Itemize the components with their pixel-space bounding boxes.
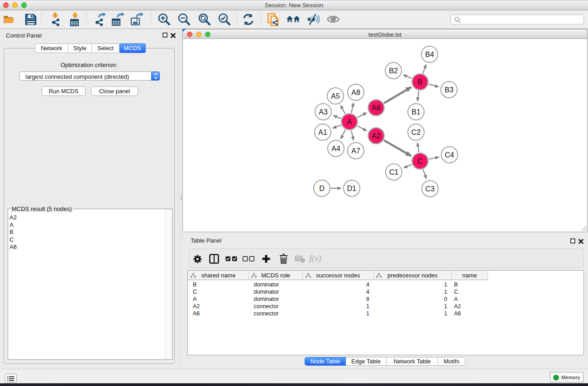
svg-text:A1: A1 <box>318 129 327 136</box>
svg-text:A3: A3 <box>319 108 328 116</box>
svg-text:A5: A5 <box>331 92 340 100</box>
svg-text:C1: C1 <box>389 168 399 176</box>
svg-text:B1: B1 <box>411 108 421 116</box>
svg-text:C: C <box>417 157 423 165</box>
svg-text:A6: A6 <box>372 104 381 112</box>
svg-text:B3: B3 <box>445 86 454 94</box>
svg-text:B: B <box>418 78 423 86</box>
svg-text:C4: C4 <box>445 151 454 159</box>
svg-text:A8: A8 <box>351 89 360 96</box>
svg-text:D: D <box>319 185 325 192</box>
svg-text:B4: B4 <box>425 51 434 58</box>
svg-text:C2: C2 <box>411 129 421 136</box>
svg-text:A: A <box>347 118 352 126</box>
svg-text:A4: A4 <box>331 145 340 152</box>
svg-text:D1: D1 <box>347 185 357 192</box>
svg-text:A2: A2 <box>372 132 381 140</box>
svg-text:C3: C3 <box>425 185 435 193</box>
svg-text:A7: A7 <box>351 147 360 155</box>
svg-text:B2: B2 <box>389 67 398 75</box>
